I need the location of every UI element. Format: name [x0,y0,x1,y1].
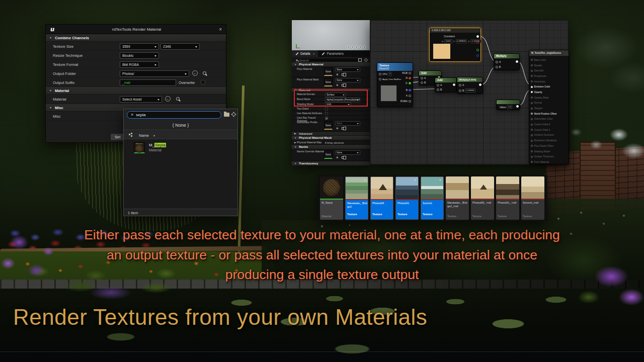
plus-circle-icon[interactable]: ⊕ [336,83,339,86]
copy-icon[interactable] [342,156,344,159]
b-input-pin[interactable]: B [421,81,426,84]
result-pin[interactable]: Surface Thickness [529,154,569,159]
search-icon[interactable] [203,71,206,75]
shading-model-select[interactable]: Unlit [325,102,351,107]
tab-details[interactable]: Details × [292,50,318,57]
b-output-pin[interactable]: B [406,88,411,92]
copy-icon[interactable] [342,84,344,86]
material-result-node[interactable]: M_TestrdTex_singleSource Base Color Meta… [529,50,569,164]
plus-circle-icon[interactable]: ⊕ [336,156,339,159]
color-swatch[interactable] [433,43,451,59]
save-icon[interactable] [358,58,362,62]
section-material[interactable]: ▼ Material [292,88,370,92]
result-pin[interactable]: Roughness [529,73,569,79]
asset-tile-selected[interactable]: SummitTexture [421,176,444,220]
result-pin[interactable]: Metallic [529,63,569,68]
asset-tile[interactable]: Summit_rndrTexture [521,176,544,220]
material-select[interactable]: Select Asset [120,96,162,103]
texture-height-select[interactable]: 2346 [160,43,200,50]
rgba-output-pin[interactable]: RGBA [400,100,411,103]
uvs-value[interactable]: 0 [388,72,391,76]
plus-circle-icon[interactable]: ⊕ [336,73,339,76]
output-pin-r[interactable] [476,41,479,43]
result-pin[interactable]: Subsurface Color [529,117,569,122]
add-node[interactable]: Add A B [435,77,457,93]
result-pin[interactable]: Front Material [529,159,569,165]
gear-icon[interactable] [232,113,235,116]
asset-tile[interactable]: Photos66_ rndrTexture [471,176,494,220]
tab-parameters[interactable]: Parameters [318,50,347,57]
use-material-attributes-checkbox[interactable] [325,112,328,115]
b-input-pin[interactable]: B [437,88,442,91]
asset-tile-selected[interactable]: Manawatu_ Bridge2Texture [345,176,368,220]
output-pin-g[interactable] [476,49,479,51]
result-pin[interactable]: Base Color [529,57,569,63]
nanite-override-select[interactable]: None [335,150,360,155]
asset-search-input[interactable]: × sepia [127,111,221,119]
z-value[interactable]: 0.16276 [470,39,481,43]
close-icon[interactable]: × [219,27,222,32]
preview-shape-cube-icon[interactable] [359,46,362,48]
output-pin-b[interactable] [476,54,479,57]
preview-shape-cylinder-icon[interactable] [347,46,350,48]
result-pin-emissive[interactable]: Emissive Color [529,84,569,89]
texture-format-select[interactable]: 8bit RGBA [120,61,159,68]
result-pin[interactable]: Pixel Depth Offset [529,143,569,149]
search-icon[interactable] [176,97,180,101]
section-advanced[interactable]: ▶ Advanced [292,132,370,136]
mipbias-input-pin[interactable]: Apply View MipBias [379,78,401,80]
result-pin[interactable]: Shading Model [529,149,569,154]
phys-material-select[interactable]: None [335,67,360,72]
x-value[interactable]: 0.625 [444,39,452,43]
dialog-titlebar[interactable]: u rdTexTools Render Material × [46,25,226,34]
section-material[interactable]: ▼ Material [46,87,226,95]
list-item[interactable]: Material M_Sepia Material [124,139,237,156]
g-output-pin[interactable]: G [406,81,411,84]
asset-tile[interactable]: Manawatu_ Bridge2_rndrTexture [446,176,469,220]
a-input-pin[interactable]: A [421,76,426,79]
result-pin[interactable]: Anisotropy [529,79,569,84]
output-pin[interactable] [516,105,519,108]
output-suffix-input[interactable]: _rndr [120,79,176,86]
name-column-label[interactable]: Name [139,133,149,138]
close-tab-icon[interactable]: × [313,52,315,55]
overwrite-checkbox[interactable] [201,80,205,84]
gear-icon[interactable] [365,59,368,62]
blend-mode-select[interactable]: AlphaComposite (Premultiplied Al [325,98,360,102]
use-selected-icon[interactable]: ← [192,70,198,76]
value-field[interactable]: Value 0.0 [500,105,512,109]
reset-icon[interactable]: ← [366,102,368,105]
result-pin[interactable]: Custom Data 1 [529,127,569,133]
result-pin[interactable]: World Position Offset [529,111,569,117]
section-combine-channels[interactable]: ▼ Combine Channels [46,34,226,42]
none-option[interactable]: ( None ) [124,120,237,130]
asset-tile[interactable]: M_SepiaMaterial [320,176,343,220]
a-input-pin[interactable]: A [496,60,501,63]
clear-icon[interactable]: × [131,113,133,117]
result-pin[interactable]: Tangent [529,106,569,111]
result-pin[interactable]: Normal [529,101,569,106]
preview-shape-custom-icon[interactable] [363,46,366,48]
two-sided-checkbox[interactable] [325,108,328,111]
value-constant-node[interactable]: Value 0.0 [496,100,520,110]
subsurface-profile-select[interactable]: None [335,121,360,126]
output-pin[interactable] [479,83,481,86]
section-nanite[interactable]: ▼ Nanite [292,145,370,149]
material-node-graph[interactable]: 0.625,0.39,0.163 Constant X 0.625 Y 0.38… [370,20,569,165]
asset-thumbnail[interactable]: None [324,121,333,130]
asset-tile-selected[interactable]: Photos66Texture [370,176,393,220]
a-input-pin[interactable]: A [459,83,464,86]
output-pin[interactable] [516,60,518,63]
folder-icon[interactable] [224,113,229,117]
result-pin[interactable]: Specular [529,68,569,73]
result-pin[interactable]: Opacity Mask [529,95,569,101]
y-value[interactable]: 0.389843 [456,39,467,43]
result-pin[interactable]: Refraction (Disabled) [529,138,569,143]
asset-thumbnail[interactable]: None [324,78,333,86]
r-output-pin[interactable]: R [406,76,411,79]
value-number[interactable]: 0.0 [507,105,512,109]
constant-node[interactable]: 0.625,0.39,0.163 Constant X 0.625 Y 0.38… [429,28,481,62]
copy-icon[interactable] [342,73,344,76]
phys-material-mask-select[interactable]: None [335,78,360,82]
result-pin[interactable]: Custom Data 0 [529,122,569,127]
